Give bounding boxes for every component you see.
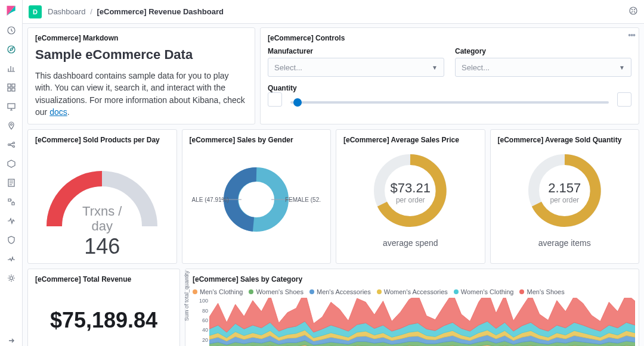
kibana-logo-icon[interactable] <box>5 5 17 17</box>
svg-point-8 <box>8 144 10 146</box>
panel-title: [eCommerce] Total Revenue <box>35 275 172 283</box>
breadcrumb-root[interactable]: Dashboard <box>48 7 86 16</box>
svg-point-1 <box>8 46 15 53</box>
legend-item[interactable]: Men's Shoes <box>519 288 564 295</box>
svg-point-13 <box>630 7 637 14</box>
select-placeholder: Select... <box>274 63 302 72</box>
legend-item[interactable]: Men's Accessories <box>309 288 371 295</box>
management-icon[interactable] <box>6 273 17 283</box>
category-select[interactable]: Select... ▼ <box>455 58 631 77</box>
ytick: 60 <box>195 317 208 323</box>
monitoring-icon[interactable] <box>6 254 17 264</box>
legend-item[interactable]: Men's Clothing <box>193 288 243 295</box>
panel-title: [eCommerce] Average Sales Price <box>343 136 478 144</box>
ytick: 100 <box>195 298 208 304</box>
apm-icon[interactable] <box>6 197 17 207</box>
legend-dot-icon <box>519 289 524 294</box>
docs-link[interactable]: docs <box>49 107 67 117</box>
svg-rect-4 <box>8 88 11 91</box>
logs-icon[interactable] <box>6 177 17 188</box>
panel-title: [eCommerce] Sales by Category <box>193 275 631 283</box>
legend-label: Men's Clothing <box>200 288 243 295</box>
quantity-max-box[interactable] <box>617 92 631 107</box>
markdown-heading: Sample eCommerce Data <box>35 47 247 63</box>
breadcrumb: Dashboard / [eCommerce] Revenue Dashboar… <box>48 7 224 16</box>
gender-donut <box>221 164 292 235</box>
avg-price-panel: [eCommerce] Average Sales Price $73.21 p… <box>336 129 485 264</box>
legend-item[interactable]: Women's Accessories <box>377 288 448 295</box>
chart-yaxis: 100 80 60 40 20 0 <box>195 298 208 346</box>
app-sidebar <box>0 0 23 346</box>
quantity-label: Quantity <box>268 84 631 92</box>
panel-title: [eCommerce] Average Sold Quantity <box>498 136 632 144</box>
gender-panel: [eCommerce] Sales by Gender ALE (47.91%)… <box>182 129 332 264</box>
gauge-panel: [eCommerce] Sold Products per Day Trxns … <box>27 129 177 264</box>
avg-price-sub: per order <box>391 196 431 204</box>
quantity-slider[interactable] <box>290 101 609 104</box>
legend-label: Women's Accessories <box>384 288 448 295</box>
svg-point-9 <box>13 142 14 144</box>
breadcrumb-current: [eCommerce] Revenue Dashboard <box>97 7 223 16</box>
sales-category-panel: [eCommerce] Sales by Category Men's Clot… <box>185 269 639 346</box>
discover-icon[interactable] <box>6 44 17 55</box>
svg-rect-2 <box>8 84 11 87</box>
legend-item[interactable]: Women's Clothing <box>454 288 514 295</box>
infra-icon[interactable] <box>6 158 17 169</box>
chart-legend: Men's ClothingWomen's ShoesMen's Accesso… <box>193 288 631 295</box>
category-label: Category <box>455 47 631 55</box>
legend-label: Men's Accessories <box>317 288 371 295</box>
markdown-body: This dashboard contains sample data for … <box>35 70 247 118</box>
revenue-panel: [eCommerce] Total Revenue $75,189.84 <box>27 269 180 346</box>
legend-label: Men's Shoes <box>527 288 564 295</box>
chevron-down-icon: ▼ <box>619 64 625 71</box>
dashboard-icon[interactable] <box>6 82 17 93</box>
collapse-icon[interactable] <box>6 335 17 346</box>
avg-qty-sub: per order <box>548 196 581 204</box>
topbar: D Dashboard / [eCommerce] Revenue Dashbo… <box>23 0 644 24</box>
panel-menu-icon[interactable]: ••• <box>628 30 635 40</box>
legend-item[interactable]: Women's Shoes <box>249 288 304 295</box>
panel-title: [eCommerce] Controls <box>268 34 631 42</box>
svg-rect-6 <box>8 104 15 108</box>
gender-female-label: FEMALE (52. <box>285 197 321 203</box>
avg-qty-caption: average items <box>538 238 591 248</box>
gender-male-label: ALE (47.91%) <box>192 197 229 203</box>
avg-price-value: $73.21 <box>391 180 431 196</box>
slider-thumb[interactable] <box>293 98 302 107</box>
breadcrumb-sep: / <box>90 7 92 16</box>
svg-rect-3 <box>12 84 15 87</box>
legend-dot-icon <box>454 289 459 294</box>
panel-title: [eCommerce] Sold Products per Day <box>35 136 169 144</box>
panel-title: [eCommerce] Markdown <box>35 34 247 42</box>
avg-price-caption: average spend <box>383 238 438 248</box>
ytick: 80 <box>195 308 208 314</box>
canvas-icon[interactable] <box>6 101 17 112</box>
panel-title: [eCommerce] Sales by Gender <box>190 136 324 144</box>
siem-icon[interactable] <box>6 235 17 245</box>
markdown-body-post: . <box>67 107 70 117</box>
chevron-down-icon: ▼ <box>432 64 438 71</box>
svg-point-12 <box>10 277 13 280</box>
legend-label: Women's Shoes <box>256 288 304 295</box>
chart-ylabel: Sum of total_quantity <box>184 271 190 322</box>
manufacturer-label: Manufacturer <box>268 47 444 55</box>
manufacturer-select[interactable]: Select... ▼ <box>268 58 444 77</box>
svg-point-10 <box>13 146 14 148</box>
legend-dot-icon <box>193 289 197 294</box>
gauge-label-2: day <box>82 219 122 233</box>
quantity-min-box[interactable] <box>268 92 282 107</box>
svg-rect-5 <box>12 88 15 91</box>
space-badge[interactable]: D <box>29 5 42 18</box>
fullscreen-icon[interactable] <box>628 6 638 17</box>
legend-dot-icon <box>249 289 253 294</box>
ml-icon[interactable] <box>6 139 17 150</box>
uptime-icon[interactable] <box>6 216 17 226</box>
visualize-icon[interactable] <box>6 63 17 74</box>
maps-icon[interactable] <box>6 120 17 131</box>
select-placeholder: Select... <box>462 63 490 72</box>
gauge-label-1: Trxns / <box>82 204 122 219</box>
legend-label: Women's Clothing <box>461 288 514 295</box>
recent-icon[interactable] <box>6 25 17 36</box>
gauge-value: 146 <box>82 234 122 259</box>
legend-dot-icon <box>309 289 314 294</box>
